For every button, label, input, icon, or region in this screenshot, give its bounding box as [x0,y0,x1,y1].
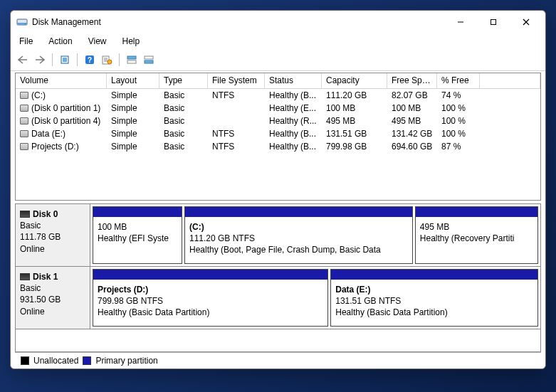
partition-info: 100 MB [98,221,177,233]
partition-stripe [185,207,412,217]
menu-help[interactable]: Help [120,35,143,48]
partition[interactable]: 100 MBHealthy (EFI Syste [93,206,182,264]
partition-status: Healthy (Boot, Page File, Crash Dump, Ba… [189,244,408,255]
forward-button[interactable] [32,52,48,68]
drive-icon [20,117,28,125]
disk-state: Online [20,306,85,317]
help-button[interactable]: ? [82,52,98,68]
view-bottom-button[interactable] [141,52,157,68]
disk-label[interactable]: Disk 1Basic931.50 GBOnline [16,267,90,329]
refresh-button[interactable] [57,52,73,68]
col-capacity[interactable]: Capacity [322,73,387,88]
disk-partitions: 100 MBHealthy (EFI Syste(C:)111.20 GB NT… [90,204,540,266]
disk-map[interactable]: Disk 0Basic111.78 GBOnline100 MBHealthy … [15,203,541,352]
disk-row[interactable]: Disk 0Basic111.78 GBOnline100 MBHealthy … [16,204,540,267]
volume-layout: Simple [107,129,159,139]
volume-pct: 100 % [437,103,480,113]
volume-free: 82.07 GB [387,90,437,100]
volume-capacity: 131.51 GB [322,129,387,139]
partition-stripe [93,207,182,217]
partition[interactable]: (C:)111.20 GB NTFSHealthy (Boot, Page Fi… [184,206,413,264]
partition-info: 131.51 GB NTFS [335,295,533,307]
volume-layout: Simple [107,116,159,126]
col-status[interactable]: Status [265,73,322,88]
volume-name: Projects (D:) [31,142,79,152]
disk-size: 931.50 GB [20,294,85,305]
col-filesystem[interactable]: File System [208,73,265,88]
volume-row[interactable]: (Disk 0 partition 1)SimpleBasicHealthy (… [16,102,540,115]
maximize-button[interactable] [477,11,510,33]
partition-status: Healthy (EFI Syste [98,233,177,244]
view-top-button[interactable] [124,52,140,68]
properties-button[interactable] [99,52,115,68]
col-volume[interactable]: Volume [16,73,107,88]
volume-row[interactable]: (C:)SimpleBasicNTFSHealthy (B...111.20 G… [16,89,540,102]
svg-rect-8 [63,58,67,62]
disk-size: 111.78 GB [20,231,85,243]
partition-info: 799.98 GB NTFS [98,295,323,307]
disk-row[interactable]: Disk 1Basic931.50 GBOnlineProjects (D:)7… [16,267,540,329]
volume-capacity: 799.98 GB [322,142,387,152]
volume-status: Healthy (B... [265,90,322,100]
drive-icon [20,143,28,150]
menu-file[interactable]: File [16,35,36,48]
volume-type: Basic [159,103,208,113]
back-button[interactable] [15,52,31,68]
swatch-primary [83,356,91,365]
volume-pct: 87 % [437,142,480,152]
disk-state: Online [20,243,85,255]
volume-list[interactable]: Volume Layout Type File System Status Ca… [15,73,541,201]
col-free[interactable]: Free Spa... [387,73,437,88]
volume-pct: 100 % [437,116,480,126]
disk-partitions: Projects (D:)799.98 GB NTFSHealthy (Basi… [90,267,540,329]
menu-action[interactable]: Action [46,35,75,48]
partition-stripe [93,270,327,280]
disk-label[interactable]: Disk 0Basic111.78 GBOnline [16,204,90,266]
col-pctfree[interactable]: % Free [437,73,480,88]
svg-point-2 [25,23,26,25]
close-button[interactable] [510,11,542,33]
volume-free: 100 MB [387,103,437,113]
svg-rect-17 [127,60,136,63]
swatch-unallocated [21,356,29,365]
toolbar-separator [52,53,53,66]
partition[interactable]: Projects (D:)799.98 GB NTFSHealthy (Basi… [93,269,328,327]
volume-pct: 100 % [437,129,480,139]
col-layout[interactable]: Layout [107,73,159,88]
toolbar-separator [119,53,120,66]
volume-fs: NTFS [208,142,265,152]
legend-primary: Primary partition [95,356,157,366]
menu-view[interactable]: View [85,35,110,48]
volume-type: Basic [159,116,208,126]
titlebar[interactable]: Disk Management [11,11,545,33]
partition-name: Projects (D:) [98,284,323,295]
disk-name: Disk 1 [33,271,58,282]
volume-status: Healthy (E... [265,103,322,113]
volume-pct: 74 % [437,90,480,100]
minimize-button[interactable] [444,11,477,33]
volume-capacity: 100 MB [322,103,387,113]
volume-free: 694.60 GB [387,142,437,152]
disk-name: Disk 0 [33,208,58,220]
volume-rows[interactable]: (C:)SimpleBasicNTFSHealthy (B...111.20 G… [16,89,540,200]
col-type[interactable]: Type [159,73,208,88]
partition[interactable]: 495 MBHealthy (Recovery Partiti [415,206,538,264]
volume-row[interactable]: Projects (D:)SimpleBasicNTFSHealthy (B..… [16,140,540,153]
legend-unallocated: Unallocated [33,356,78,366]
volume-row[interactable]: (Disk 0 partition 4)SimpleBasicHealthy (… [16,115,540,127]
svg-rect-16 [127,56,136,59]
content: Volume Layout Type File System Status Ca… [11,71,545,352]
volume-list-header[interactable]: Volume Layout Type File System Status Ca… [16,73,540,89]
legend: Unallocated Primary partition [15,352,541,369]
window: Disk Management File Action View Help ? [10,10,546,369]
partition-status: Healthy (Recovery Partiti [420,233,533,244]
svg-rect-19 [145,60,153,63]
partition[interactable]: Data (E:)131.51 GB NTFSHealthy (Basic Da… [330,269,538,327]
disk-type: Basic [20,220,85,231]
volume-row[interactable]: Data (E:)SimpleBasicNTFSHealthy (B...131… [16,127,540,140]
menubar: File Action View Help [11,33,545,51]
toolbar: ? [11,51,545,71]
partition-name: (C:) [189,221,408,233]
svg-rect-18 [145,56,153,59]
svg-point-15 [107,60,112,64]
